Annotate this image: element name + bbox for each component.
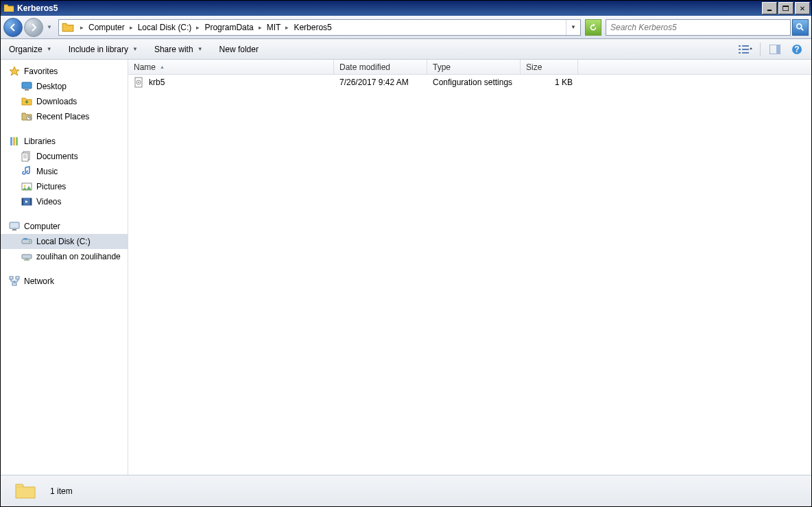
- sidebar-item-recent-places[interactable]: Recent Places: [1, 109, 128, 124]
- svg-rect-23: [30, 198, 32, 205]
- desktop-icon: [21, 81, 32, 92]
- file-type: Configuration settings: [433, 78, 512, 87]
- view-options-button[interactable]: [738, 42, 753, 57]
- svg-point-0: [797, 23, 802, 28]
- svg-point-35: [138, 82, 139, 83]
- chevron-down-icon: ▼: [47, 46, 52, 52]
- refresh-button[interactable]: [585, 19, 601, 36]
- breadcrumb-arrow-icon[interactable]: ▸: [255, 24, 265, 31]
- share-with-button[interactable]: Share with▼: [153, 42, 204, 57]
- breadcrumb-computer[interactable]: Computer: [87, 20, 126, 35]
- include-library-button[interactable]: Include in library▼: [67, 42, 139, 57]
- svg-rect-12: [25, 89, 29, 91]
- back-button[interactable]: [3, 18, 23, 37]
- sidebar-item-videos[interactable]: Videos: [1, 194, 128, 209]
- sidebar-item-network-drive[interactable]: zoulihan on zoulihande: [1, 249, 128, 264]
- main-area: Favorites Desktop Downloads Recent Place…: [1, 60, 811, 475]
- search-box[interactable]: [606, 19, 791, 36]
- search-button[interactable]: [792, 19, 809, 36]
- navigation-bar: ▼ ▸ Computer ▸ Local Disk (C:) ▸ Program…: [1, 16, 811, 39]
- breadcrumb-kerberos5[interactable]: Kerberos5: [292, 20, 333, 35]
- folder-icon: [62, 21, 74, 34]
- breadcrumb-localdisk[interactable]: Local Disk (C:): [136, 20, 193, 35]
- sidebar-computer-header[interactable]: Computer: [1, 219, 128, 234]
- address-bar[interactable]: ▸ Computer ▸ Local Disk (C:) ▸ ProgramDa…: [58, 19, 581, 36]
- command-bar: Organize▼ Include in library▼ Share with…: [1, 39, 811, 60]
- svg-rect-14: [10, 137, 12, 145]
- separator: [760, 43, 761, 56]
- disk-icon: [21, 236, 32, 247]
- svg-rect-28: [23, 238, 27, 239]
- computer-icon: [9, 221, 20, 232]
- search-input[interactable]: [606, 23, 790, 32]
- status-item-count: 1 item: [50, 486, 73, 496]
- new-folder-button[interactable]: New folder: [218, 42, 260, 57]
- sidebar-item-local-disk[interactable]: Local Disk (C:): [1, 234, 128, 249]
- svg-rect-31: [16, 276, 19, 279]
- file-list[interactable]: krb5 7/26/2017 9:42 AM Configuration set…: [128, 75, 811, 475]
- window-buttons: 🗕 🗖 ✕: [762, 1, 811, 16]
- svg-rect-3: [739, 49, 741, 50]
- column-header-name[interactable]: Name: [128, 60, 334, 74]
- folder-icon: [14, 480, 36, 502]
- sidebar-network-header[interactable]: Network: [1, 274, 128, 289]
- svg-rect-1: [739, 45, 741, 47]
- column-headers: Name Date modified Type Size: [128, 60, 811, 75]
- documents-icon: [21, 151, 32, 162]
- help-button[interactable]: ?: [789, 42, 804, 57]
- nav-history-dropdown[interactable]: ▼: [45, 18, 54, 37]
- titlebar[interactable]: Kerberos5 🗕 🗖 ✕: [1, 1, 811, 16]
- breadcrumb-arrow-icon[interactable]: ▸: [282, 24, 292, 31]
- file-list-pane: Name Date modified Type Size krb5 7/26/2…: [128, 60, 811, 475]
- address-dropdown[interactable]: ▼: [566, 20, 580, 35]
- refresh-icon: [588, 23, 598, 32]
- explorer-window: Kerberos5 🗕 🗖 ✕ ▼ ▸ Computer ▸ Local Dis…: [0, 0, 812, 507]
- sidebar-libraries-header[interactable]: Libraries: [1, 134, 128, 149]
- network-icon: [9, 276, 20, 287]
- sidebar-item-downloads[interactable]: Downloads: [1, 94, 128, 109]
- maximize-button[interactable]: 🗖: [778, 2, 793, 14]
- config-file-icon: [134, 77, 145, 88]
- minimize-button[interactable]: 🗕: [762, 2, 777, 14]
- svg-rect-15: [13, 137, 15, 145]
- chevron-down-icon: ▼: [198, 46, 203, 52]
- file-row[interactable]: krb5 7/26/2017 9:42 AM Configuration set…: [128, 75, 811, 90]
- svg-point-20: [24, 185, 26, 187]
- svg-rect-24: [10, 222, 19, 228]
- close-button[interactable]: ✕: [795, 2, 810, 14]
- pictures-icon: [21, 181, 32, 192]
- view-icon: [739, 45, 752, 54]
- details-pane: 1 item: [1, 475, 811, 506]
- svg-rect-30: [10, 276, 13, 279]
- organize-button[interactable]: Organize▼: [8, 42, 53, 57]
- sidebar-favorites-header[interactable]: Favorites: [1, 64, 128, 79]
- music-icon: [21, 166, 32, 177]
- sidebar-item-pictures[interactable]: Pictures: [1, 179, 128, 194]
- svg-rect-2: [742, 45, 749, 47]
- file-date: 7/26/2017 9:42 AM: [339, 78, 409, 87]
- sidebar-item-desktop[interactable]: Desktop: [1, 79, 128, 94]
- netdrive-icon: [21, 251, 32, 262]
- arrow-left-icon: [8, 23, 18, 32]
- breadcrumb-arrow-icon[interactable]: ▸: [77, 24, 87, 31]
- column-header-size[interactable]: Size: [521, 60, 578, 74]
- svg-rect-18: [22, 153, 28, 161]
- svg-rect-8: [776, 45, 780, 54]
- breadcrumb-programdata[interactable]: ProgramData: [203, 20, 254, 35]
- svg-text:?: ?: [794, 45, 799, 54]
- preview-pane-button[interactable]: [767, 42, 783, 57]
- breadcrumb-arrow-icon[interactable]: ▸: [126, 24, 136, 31]
- svg-rect-4: [742, 49, 749, 50]
- sidebar-item-documents[interactable]: Documents: [1, 149, 128, 164]
- breadcrumb-arrow-icon[interactable]: ▸: [193, 24, 203, 31]
- column-header-date[interactable]: Date modified: [334, 60, 427, 74]
- sidebar-item-music[interactable]: Music: [1, 164, 128, 179]
- column-header-spacer: [578, 60, 811, 74]
- column-header-type[interactable]: Type: [427, 60, 521, 74]
- svg-point-27: [29, 241, 30, 242]
- breadcrumb-mit[interactable]: MIT: [265, 20, 283, 35]
- forward-button[interactable]: [24, 18, 43, 37]
- help-icon: ?: [791, 44, 802, 55]
- svg-rect-5: [739, 52, 741, 54]
- videos-icon: [21, 196, 32, 207]
